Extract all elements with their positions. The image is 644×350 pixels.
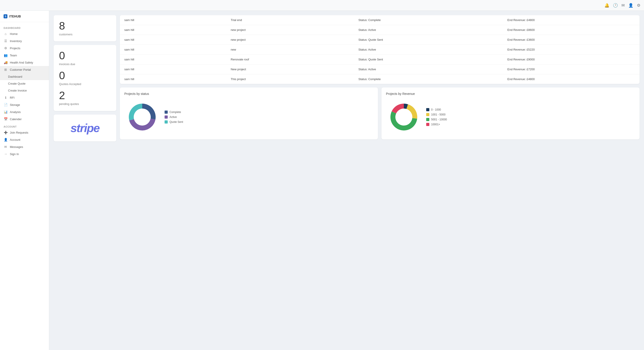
project-revenue: End Revenue: £4800	[507, 18, 635, 22]
sidebar-item-label: Calender	[10, 118, 22, 121]
status-donut	[124, 99, 160, 135]
sidebar-item-projects[interactable]: ⚙ Projects	[0, 45, 49, 52]
project-title: Trial end	[231, 18, 358, 22]
sidebar-item-rfi[interactable]: ℹ RFI	[0, 94, 49, 101]
storage-icon: 📄	[4, 103, 8, 107]
status-chart-card: Projects by status CompleteActiveQuote S…	[120, 88, 378, 139]
mail-icon[interactable]: ✉	[622, 3, 625, 8]
sidebar-item-sign-in[interactable]: → Sign In	[0, 150, 49, 158]
sidebar-item-customer-portal[interactable]: ⊞ Customer Portal	[0, 66, 49, 73]
topbar-icons: 🔔 🕐 ✉ 👤 ⚙	[604, 3, 640, 8]
table-row[interactable]: sam hill This project Status: Complete E…	[120, 74, 640, 84]
revenue-donut	[386, 99, 422, 135]
sidebar-item-label: Health And Safety	[10, 61, 33, 64]
sidebar-item-team[interactable]: 👥 Team	[0, 52, 49, 59]
settings-icon[interactable]: ⚙	[637, 3, 640, 8]
donut-segment	[406, 104, 417, 119]
customers-label: customers	[59, 33, 111, 36]
legend-item: 5001 - 10000	[426, 118, 447, 121]
rfi-icon: ℹ	[4, 96, 8, 99]
signin-icon: →	[4, 152, 8, 156]
table-row[interactable]: sam hill new project Status: Active End …	[120, 25, 640, 35]
revenue-chart-title: Projects by Revenue	[386, 92, 635, 96]
project-status: Status: Complete	[358, 77, 507, 81]
sidebar-item-storage[interactable]: 📄 Storage	[0, 101, 49, 108]
sidebar-item-label: Home	[10, 32, 18, 36]
project-title: This project	[231, 77, 358, 81]
sidebar-item-join-requests[interactable]: ➕ Join Requests	[0, 129, 49, 136]
sidebar-logo: S ITEHUB	[0, 14, 49, 22]
stripe-logo: stripe	[70, 121, 100, 135]
donut-segment	[392, 104, 404, 114]
pending-label: pending quotes	[59, 102, 111, 106]
clock-icon[interactable]: 🕐	[613, 3, 618, 8]
sidebar-item-label: Storage	[10, 103, 20, 107]
sidebar-item-label: Messages	[10, 145, 23, 149]
dashboard-section-label: DASHBOARD	[0, 24, 49, 30]
legend-item: 10001+	[426, 123, 447, 126]
right-column: sam hill Trial end Status: Complete End …	[120, 15, 640, 345]
table-row[interactable]: sam hill new project Status: Quote Sent …	[120, 35, 640, 45]
sidebar-item-dashboard-sub[interactable]: Dashboard	[0, 73, 49, 80]
account-icon: 👤	[4, 138, 8, 141]
sidebar-item-home[interactable]: ⌂ Home	[0, 30, 49, 37]
messages-icon: ✉	[4, 145, 8, 149]
pending-count: 2	[59, 90, 111, 101]
sidebar-item-account[interactable]: 👤 Account	[0, 136, 49, 143]
sidebar-item-inventory[interactable]: ☰ Inventory	[0, 37, 49, 45]
legend-item: Quote Sent	[164, 120, 183, 124]
legend-label: 5001 - 10000	[431, 118, 447, 121]
team-icon: 👥	[4, 54, 8, 57]
project-title: New project	[231, 68, 358, 71]
left-column: 8 customers 0 invoices due 0 Quotes Acce…	[54, 15, 116, 345]
project-title: new project	[231, 28, 358, 32]
health-icon: 🚚	[4, 61, 8, 64]
legend-item: 1001 - 5000	[426, 113, 447, 116]
status-chart-container: CompleteActiveQuote Sent	[124, 99, 374, 135]
legend-label: 1001 - 5000	[431, 113, 446, 116]
sidebar-item-health-safety[interactable]: 🚚 Health And Safety	[0, 59, 49, 66]
legend-item: Complete	[164, 111, 183, 114]
project-status: Status: Quote Sent	[358, 38, 507, 41]
legend-color	[426, 118, 429, 121]
sidebar-item-create-quote[interactable]: Create Quote	[0, 80, 49, 87]
donut-segment	[129, 104, 142, 120]
project-name: sam hill	[124, 28, 231, 32]
inventory-icon: ☰	[4, 39, 8, 43]
sidebar-item-label: Inventory	[10, 39, 22, 43]
legend-label: Active	[170, 116, 177, 119]
table-row[interactable]: sam hill Trial end Status: Complete End …	[120, 15, 640, 25]
calender-icon: 📅	[4, 117, 8, 121]
legend-item: 0 - 1000	[426, 108, 447, 111]
sidebar-item-analysis[interactable]: 📊 Analysis	[0, 108, 49, 116]
table-row[interactable]: sam hill Renovate roof Status: Quote Sen…	[120, 55, 640, 65]
legend-label: 10001+	[431, 123, 440, 126]
sidebar: S ITEHUB ◀ DASHBOARD ⌂ Home ☰ Inventory …	[0, 11, 49, 350]
revenue-donut-svg	[386, 99, 422, 135]
sidebar-item-label: Join Requests	[10, 131, 28, 134]
project-status: Status: Quote Sent	[358, 58, 507, 61]
legend-color	[164, 116, 168, 119]
table-row[interactable]: sam hill New project Status: Active End …	[120, 65, 640, 74]
sidebar-item-calender[interactable]: 📅 Calender	[0, 116, 49, 123]
user-icon[interactable]: 👤	[628, 3, 633, 8]
legend-color	[426, 123, 429, 126]
legend-color	[426, 113, 429, 116]
sidebar-item-create-invoice[interactable]: Create Invoice	[0, 87, 49, 94]
project-status: Status: Active	[358, 48, 507, 51]
project-title: Renovate roof	[231, 58, 358, 61]
sidebar-sub-label: Create Invoice	[8, 89, 27, 92]
quotes-label: Quotes Accepted	[59, 82, 111, 86]
project-status: Status: Complete	[358, 18, 507, 22]
project-revenue: End Revenue: £3600	[507, 38, 635, 41]
bell-icon[interactable]: 🔔	[604, 3, 609, 8]
project-revenue: End Revenue: £5220	[507, 48, 635, 51]
projects-table: sam hill Trial end Status: Complete End …	[120, 15, 640, 84]
invoices-card: 0 invoices due 0 Quotes Accepted 2 pendi…	[54, 45, 116, 111]
project-name: sam hill	[124, 77, 231, 81]
join-icon: ➕	[4, 131, 8, 134]
project-revenue: End Revenue: £7200	[507, 68, 635, 71]
table-row[interactable]: sam hill new Status: Active End Revenue:…	[120, 45, 640, 55]
invoices-label: invoices due	[59, 63, 111, 66]
sidebar-item-messages[interactable]: ✉ Messages	[0, 143, 49, 150]
